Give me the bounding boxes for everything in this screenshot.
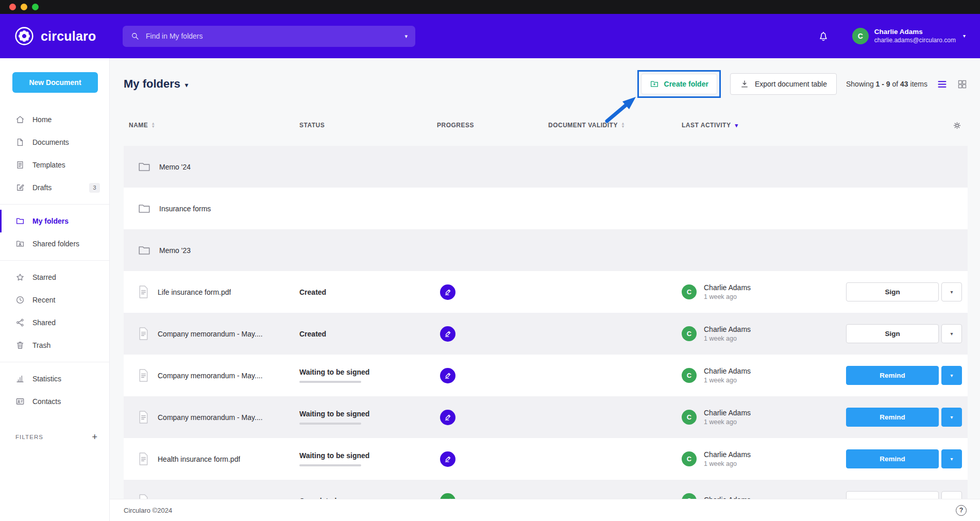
table-body: Memo '24Insurance formsMemo '23Life insu… [124,146,968,499]
main-content: My folders ▾ Create folder [110,58,980,521]
new-document-button[interactable]: New Document [12,72,98,93]
sidebar-item-my-folders[interactable]: My folders [0,210,109,232]
sidebar-item-statistics[interactable]: Statistics [0,367,109,390]
action-dropdown-button[interactable]: ▾ [941,408,962,427]
search-bar[interactable]: ▾ [123,26,415,47]
document-icon [138,452,149,466]
row-name: Company memorandum - May.... [158,330,263,338]
sign-button[interactable]: Sign [846,324,939,343]
list-view-icon[interactable] [937,79,948,90]
sidebar-item-templates[interactable]: Templates [0,154,109,176]
items-total: 43 [900,80,908,88]
filters-section[interactable]: FILTERS + [0,432,109,442]
chevron-down-icon: ▾ [950,456,953,462]
shared-folder-icon [15,239,25,248]
table-row[interactable]: Life insurance form.pdfCreatedCCharlie A… [124,271,968,313]
column-header-activity[interactable]: LAST ACTIVITY ▾ [682,122,813,129]
sidebar-item-trash[interactable]: Trash [0,334,109,357]
row-name: Life insurance form.pdf [158,288,231,296]
sidebar-divider [0,362,109,362]
user-name: Charlie Adams [874,27,956,37]
chevron-down-icon: ▾ [950,414,953,420]
progress-signature-badge [440,284,455,300]
download-icon [740,79,749,89]
user-avatar: C [682,368,697,383]
folder-icon [138,160,151,174]
sidebar-item-shared[interactable]: Shared [0,311,109,334]
column-header-status[interactable]: STATUS [299,122,437,129]
window-close-button[interactable] [9,4,16,10]
sidebar-item-home[interactable]: Home [0,108,109,131]
table-settings-gear-icon[interactable] [952,121,962,130]
row-name: Insurance forms [159,205,211,213]
action-dropdown-button[interactable]: ▾ [941,449,962,468]
remind-button[interactable]: Remind [846,449,939,468]
row-name: Company memorandum - May.... [158,372,263,380]
sidebar-item-recent[interactable]: Recent [0,289,109,311]
window-zoom-button[interactable] [32,4,39,10]
remind-button[interactable]: Remind [846,366,939,385]
table-row[interactable]: Company memorandum - May....Waiting to b… [124,396,968,438]
table-header: NAME ▴▾ STATUS PROGRESS DOCUMENT VALIDIT… [124,115,968,136]
chevron-down-icon: ▾ [963,33,966,39]
sidebar-item-starred[interactable]: Starred [0,266,109,289]
user-menu[interactable]: C Charlie Adams charlie.adams@circularo.… [852,27,966,44]
folder-plus-icon [650,79,659,89]
row-name: Health insurance form.pdf [158,455,240,463]
trash-icon [15,341,25,350]
sidebar-item-contacts[interactable]: Contacts [0,390,109,413]
chevron-down-icon: ▾ [950,373,953,378]
action-dropdown-button[interactable]: ▾ [941,366,962,385]
table-row[interactable]: Company memorandum - May....Waiting to b… [124,355,968,396]
draft-icon [15,183,25,192]
activity-time: 1 week ago [704,335,751,342]
search-dropdown-caret-icon[interactable]: ▾ [398,33,408,40]
sidebar-item-shared-folders[interactable]: Shared folders [0,232,109,255]
copyright-text: Circularo ©2024 [124,507,172,514]
column-header-name[interactable]: NAME ▴▾ [124,122,299,129]
search-input[interactable] [146,32,398,40]
notifications-bell-icon[interactable] [817,30,830,42]
document-icon [138,410,149,424]
action-dropdown-button[interactable]: ▾ [941,282,962,301]
remind-button[interactable]: Remind [846,408,939,427]
brand-logo[interactable]: circularo [14,26,108,46]
action-dropdown-button[interactable]: ▾ [941,324,962,343]
sort-icon[interactable]: ▴▾ [622,122,624,129]
column-header-validity[interactable]: DOCUMENT VALIDITY ▴▾ [548,122,682,129]
table-row[interactable]: Memo '23 [124,229,968,271]
sort-icon[interactable]: ▴▾ [152,122,155,129]
progress-signature-badge [440,451,455,467]
sidebar-item-label: Shared folders [32,240,79,248]
activity-user-name: Charlie Adams [704,367,751,375]
table-row[interactable]: Insurance forms [124,188,968,229]
progress-complete-badge [440,493,455,499]
export-document-table-button[interactable]: Export document table [730,73,837,95]
sidebar-item-label: Drafts [32,183,52,192]
sidebar-item-label: Templates [32,161,65,169]
activity-time: 1 week ago [704,418,751,426]
grid-view-icon[interactable] [957,79,968,90]
create-folder-button[interactable]: Create folder [641,74,717,94]
table-row[interactable]: Memo '24 [124,146,968,188]
action-dropdown-button[interactable]: ▾ [941,491,962,499]
sign-button[interactable]: Sign [846,282,939,301]
status-progress-bar [299,464,361,466]
document-icon [138,368,149,382]
sort-desc-icon[interactable]: ▾ [735,122,738,129]
sidebar-item-drafts[interactable]: Drafts3 [0,176,109,199]
sidebar-item-documents[interactable]: Documents [0,131,109,154]
window-minimize-button[interactable] [21,4,27,10]
chevron-down-icon: ▾ [185,81,188,89]
table-row[interactable]: CompletedCCharlie Adams▾ [124,480,968,499]
page-title[interactable]: My folders ▾ [124,77,188,91]
app-header: circularo ▾ C Charlie Adams charlie.adam… [0,14,980,58]
column-header-progress[interactable]: PROGRESS [437,122,548,129]
sidebar-item-label: Statistics [32,375,61,383]
action-button[interactable] [846,491,939,499]
add-filter-icon[interactable]: + [92,432,98,442]
table-row[interactable]: Company memorandum - May....CreatedCChar… [124,313,968,355]
items-count: Showing 1 - 9 of 43 items [846,80,927,88]
table-row[interactable]: Health insurance form.pdfWaiting to be s… [124,438,968,480]
help-icon[interactable]: ? [956,505,967,516]
